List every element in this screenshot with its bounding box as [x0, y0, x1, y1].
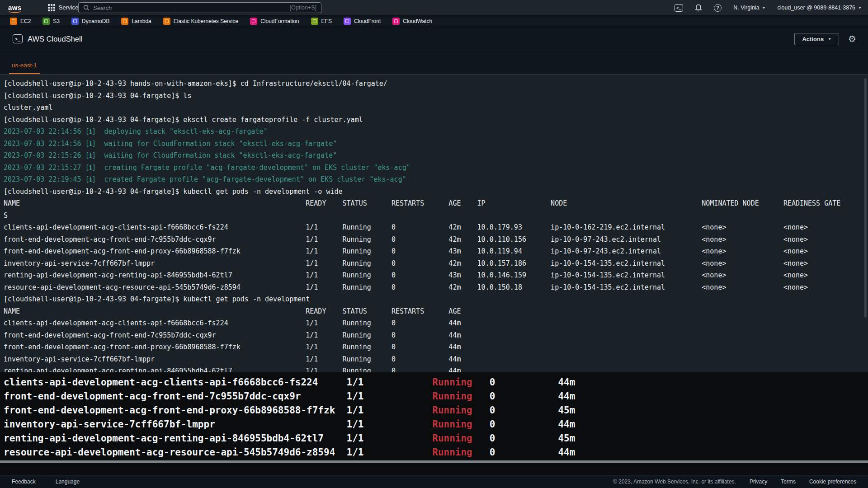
magnified-pod-list: clients-api-development-acg-clients-api-…: [0, 372, 868, 475]
terminal-line: NAME READY STATUS RESTARTS AGE: [4, 305, 868, 318]
footer-link-privacy[interactable]: Privacy: [750, 479, 767, 485]
favorite-service[interactable]: Lambda: [121, 18, 151, 25]
service-icon: [311, 18, 318, 25]
terminal-line: [cloudshell-user@ip-10-2-43-93 04-fargat…: [4, 186, 868, 198]
terminal-line: front-end-development-acg-front-end-7c95…: [4, 329, 868, 342]
terminal-line: front-end-development-acg-front-end-prox…: [4, 341, 868, 353]
help-icon[interactable]: ?: [714, 4, 722, 12]
terminal-line: 2023-07-03 22:15:26 [ℹ] waiting for Clou…: [4, 150, 868, 162]
terminal-line: clients-api-development-acg-clients-api-…: [4, 221, 868, 234]
favorites-bar: EC2S3DynamoDBLambdaElastic Kubernetes Se…: [0, 15, 868, 27]
service-label: CloudFormation: [260, 18, 299, 24]
terminal-line: [cloudshell-user@ip-10-2-43-93 04-fargat…: [4, 114, 868, 126]
service-icon: [344, 18, 351, 25]
console-footer: FeedbackLanguage © 2023, Amazon Web Serv…: [0, 475, 868, 488]
terminal-line: [cloudshell-user@ip-10-2-43-93 hands-on-…: [4, 78, 868, 90]
magnified-pod-row: front-end-development-acg-front-end-prox…: [4, 404, 868, 418]
service-icon: [71, 18, 79, 25]
footer-link-terms[interactable]: Terms: [781, 479, 796, 485]
page-title: AWS CloudShell: [28, 35, 82, 43]
account-menu[interactable]: cloud_user @ 9089-8841-3876▼: [778, 5, 862, 11]
copyright-text: © 2023, Amazon Web Services, Inc. or its…: [613, 479, 736, 485]
chevron-down-icon: ▼: [858, 6, 862, 10]
terminal-line: inventory-api-service-7cff667bf-lmppr 1/…: [4, 258, 868, 270]
terminal-line: 2023-07-03 22:15:27 [ℹ] creating Fargate…: [4, 162, 868, 174]
magnified-pod-row: resource-api-development-acg-resource-ap…: [4, 446, 868, 460]
tab-us-east-1[interactable]: us-east-1: [9, 58, 40, 74]
favorite-service[interactable]: Elastic Kubernetes Service: [163, 18, 238, 25]
pod-status-running: Running: [432, 419, 472, 430]
terminal-area[interactable]: [cloudshell-user@ip-10-2-43-93 hands-on-…: [0, 75, 868, 372]
favorite-service[interactable]: CloudFront: [344, 18, 381, 25]
terminal-line: 2023-07-03 22:14:56 [ℹ] waiting for Clou…: [4, 138, 868, 150]
cloudshell-terminal-icon: >_: [13, 34, 23, 43]
terminal-line: front-end-development-acg-front-end-7c95…: [4, 234, 868, 246]
favorite-service[interactable]: DynamoDB: [71, 18, 109, 25]
search-icon: [83, 5, 90, 11]
topnav-right-controls: >_ ? N. Virginia▼ cloud_user @ 9089-8841…: [675, 0, 862, 15]
magnified-pod-row: inventory-api-service-7cff667bf-lmppr 1/…: [4, 418, 868, 432]
footer-link-feedback[interactable]: Feedback: [12, 479, 36, 485]
favorite-service[interactable]: S3: [42, 18, 60, 25]
terminal-scrollbar[interactable]: [864, 78, 867, 318]
region-selector[interactable]: N. Virginia▼: [733, 5, 765, 11]
service-icon: [392, 18, 400, 25]
terminal-line: NAME READY STATUS RESTARTS AGE IP NODE N…: [4, 197, 868, 210]
service-icon: [121, 18, 128, 25]
terminal-tab-bar: us-east-1: [0, 51, 868, 75]
magnified-pod-rows: clients-api-development-acg-clients-api-…: [0, 372, 868, 460]
terminal-line: renting-api-development-acg-renting-api-…: [4, 365, 868, 372]
service-label: CloudWatch: [403, 18, 432, 24]
favorite-service[interactable]: EC2: [10, 18, 31, 25]
services-grid-icon: [48, 4, 55, 11]
terminal-line: [cloudshell-user@ip-10-2-43-93 04-fargat…: [4, 293, 868, 305]
aws-console-screen: aws Services Search [Option+S] >_ ? N. V…: [0, 0, 868, 488]
service-icon: [250, 18, 257, 25]
terminal-line: 2023-07-03 22:14:56 [ℹ] deploying stack …: [4, 126, 868, 138]
pod-status-running: Running: [432, 447, 472, 458]
chevron-down-icon: ▼: [762, 6, 766, 10]
cloudshell-icon[interactable]: >_: [675, 4, 683, 12]
service-label: EC2: [20, 18, 31, 24]
cloudshell-header: >_ AWS CloudShell Actions▼ ⚙: [0, 27, 868, 51]
service-label: Elastic Kubernetes Service: [174, 18, 238, 24]
search-placeholder: Search: [93, 5, 286, 11]
pod-status-running: Running: [432, 377, 472, 388]
terminal-line: [cloudshell-user@ip-10-2-43-93 04-fargat…: [4, 90, 868, 102]
service-label: CloudFront: [354, 18, 381, 24]
top-navigation-bar: aws Services Search [Option+S] >_ ? N. V…: [0, 0, 868, 15]
magnified-pod-row: front-end-development-acg-front-end-7c95…: [4, 389, 868, 404]
aws-logo[interactable]: aws: [8, 4, 22, 11]
service-label: Lambda: [132, 18, 151, 24]
service-icon: [42, 18, 50, 25]
notifications-bell-icon[interactable]: [695, 4, 702, 12]
pod-status-running: Running: [432, 391, 472, 402]
service-icon: [163, 18, 170, 25]
search-input[interactable]: Search [Option+S]: [78, 2, 321, 13]
terminal-line: cluster.yaml: [4, 102, 868, 114]
terminal-line: S: [4, 210, 868, 222]
service-icon: [10, 18, 17, 25]
terminal-output: [cloudshell-user@ip-10-2-43-93 hands-on-…: [0, 75, 868, 372]
terminal-line: inventory-api-service-7cff667bf-lmppr 1/…: [4, 353, 868, 366]
service-label: DynamoDB: [82, 18, 109, 24]
pod-status-running: Running: [432, 433, 472, 444]
terminal-line: 2023-07-03 22:19:45 [ℹ] created Fargate …: [4, 174, 868, 186]
actions-button[interactable]: Actions▼: [794, 33, 839, 45]
favorite-service[interactable]: CloudFormation: [250, 18, 299, 25]
search-shortcut-hint: [Option+S]: [290, 5, 316, 11]
chevron-down-icon: ▼: [828, 37, 831, 41]
magnified-pod-row: clients-api-development-acg-clients-api-…: [4, 375, 868, 389]
terminal-line: resource-api-development-acg-resource-ap…: [4, 282, 868, 294]
footer-link-cookie-preferences[interactable]: Cookie preferences: [809, 479, 856, 485]
magnified-pod-row: renting-api-development-acg-renting-api-…: [4, 432, 868, 446]
pod-status-running: Running: [432, 405, 472, 416]
horizontal-scrollbar[interactable]: [0, 460, 868, 463]
footer-link-language[interactable]: Language: [56, 479, 80, 485]
gear-icon[interactable]: ⚙: [848, 34, 856, 43]
favorite-service[interactable]: CloudWatch: [392, 18, 432, 25]
services-menu-button[interactable]: Services: [48, 4, 81, 11]
service-label: S3: [53, 18, 60, 24]
terminal-line: renting-api-development-acg-renting-api-…: [4, 269, 868, 282]
favorite-service[interactable]: EFS: [311, 18, 332, 25]
